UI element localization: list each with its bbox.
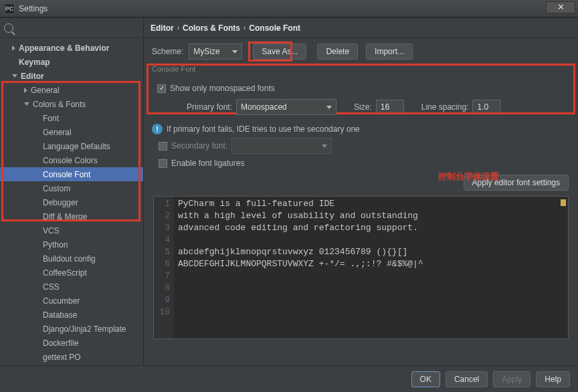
tree-item-label: Debugger bbox=[43, 198, 78, 207]
tree-item-label: Cucumber bbox=[43, 296, 80, 306]
font-preview: 12345678910 PyCharm is a full-featured I… bbox=[153, 196, 569, 339]
chevron-down-icon bbox=[12, 74, 17, 78]
primary-font-value: Monospaced bbox=[241, 102, 287, 112]
tree-item-label: Python bbox=[43, 240, 68, 250]
tree-item-label: Database bbox=[43, 310, 77, 320]
tree-item[interactable]: Dockerfile bbox=[0, 336, 143, 350]
close-button[interactable]: ✕ bbox=[546, 1, 575, 13]
ligatures-label: Enable font ligatures bbox=[171, 159, 244, 168]
preview-code: PyCharm is a full-featured IDEwith a hig… bbox=[174, 197, 427, 338]
tree-item[interactable]: Appearance & Behavior bbox=[0, 41, 143, 55]
tree-item-label: CSS bbox=[43, 282, 60, 292]
main-panel: Editor › Colors & Fonts › Console Font S… bbox=[144, 18, 578, 365]
tree-item-label: CoffeeScript bbox=[43, 268, 87, 278]
apply-button[interactable]: Apply bbox=[493, 371, 531, 387]
tree-item-label: General bbox=[31, 86, 60, 95]
size-label: Size: bbox=[354, 102, 372, 112]
tree-item-label: Colors & Fonts bbox=[33, 100, 86, 109]
scheme-combobox[interactable]: MySize bbox=[189, 43, 242, 60]
tree-item[interactable]: Diff & Merge bbox=[0, 209, 143, 223]
search-input[interactable] bbox=[17, 23, 139, 33]
window-title: Settings bbox=[19, 4, 47, 13]
chevron-down-icon bbox=[24, 102, 29, 106]
chevron-right-icon: › bbox=[244, 24, 246, 31]
tree-item-label: Language Defaults bbox=[43, 142, 110, 151]
scheme-label: Scheme: bbox=[152, 47, 183, 56]
tree-item[interactable]: Font bbox=[0, 111, 143, 125]
sidebar: Appearance & BehaviorKeymapEditorGeneral… bbox=[0, 18, 144, 365]
chevron-right-icon bbox=[24, 88, 27, 93]
tree-item[interactable]: General bbox=[0, 83, 143, 97]
save-as-button[interactable]: Save As... bbox=[253, 43, 306, 60]
tree-item[interactable]: Debugger bbox=[0, 195, 143, 209]
tree-item[interactable]: CoffeeScript bbox=[0, 266, 143, 280]
info-icon: ! bbox=[152, 124, 163, 134]
console-font-legend: Console Font bbox=[151, 65, 571, 73]
tree-item[interactable]: Buildout config bbox=[0, 252, 143, 266]
secondary-font-label: Secondary font: bbox=[171, 141, 227, 151]
tree-item[interactable]: Console Colors bbox=[0, 153, 143, 167]
ligatures-checkbox[interactable]: ✓ bbox=[159, 159, 167, 168]
apply-editor-font-button[interactable]: Apply editor font settings bbox=[464, 175, 569, 191]
tree-item-label: gettext PO bbox=[43, 353, 81, 362]
tree-item[interactable]: Keymap bbox=[0, 55, 143, 69]
tree-item-label: Console Colors bbox=[43, 156, 98, 165]
tree-item[interactable]: Python bbox=[0, 237, 143, 252]
breadcrumb-colors-fonts: Colors & Fonts bbox=[183, 23, 240, 33]
tree-item-label: Editor bbox=[21, 72, 44, 81]
tree-item[interactable]: Editor bbox=[0, 69, 143, 83]
import-button[interactable]: Import... bbox=[366, 43, 413, 60]
secondary-font-checkbox[interactable]: ✓ bbox=[159, 142, 167, 151]
chevron-down-icon bbox=[232, 50, 237, 54]
tree-item-label: Custom bbox=[43, 184, 70, 193]
tree-item[interactable]: Cucumber bbox=[0, 294, 143, 308]
preview-marker bbox=[561, 199, 566, 206]
chevron-down-icon bbox=[322, 144, 327, 148]
breadcrumb-editor: Editor bbox=[151, 23, 174, 33]
tree-item[interactable]: gettext PO bbox=[0, 350, 143, 364]
primary-font-label: Primary font: bbox=[187, 102, 232, 112]
settings-tree[interactable]: Appearance & BehaviorKeymapEditorGeneral… bbox=[0, 38, 143, 365]
tree-item[interactable]: CSS bbox=[0, 280, 143, 294]
show-monospaced-label: Show only monospaced fonts bbox=[170, 84, 275, 93]
cancel-button[interactable]: Cancel bbox=[446, 371, 488, 387]
tree-item[interactable]: Custom bbox=[0, 181, 143, 195]
scheme-row: Scheme: MySize Save As... Delete Import.… bbox=[144, 38, 578, 65]
tree-item[interactable]: Database bbox=[0, 308, 143, 322]
line-spacing-field[interactable]: 1.0 bbox=[472, 100, 500, 114]
help-button[interactable]: Help bbox=[536, 371, 570, 387]
dialog-footer: OK Cancel Apply Help bbox=[0, 365, 578, 392]
tree-item[interactable]: Colors & Fonts bbox=[0, 97, 143, 111]
search-row bbox=[0, 18, 143, 38]
tree-item-label: General bbox=[43, 128, 72, 137]
line-spacing-label: Line spacing: bbox=[421, 102, 469, 112]
tree-item-label: Appearance & Behavior bbox=[19, 43, 109, 53]
preview-gutter: 12345678910 bbox=[154, 197, 174, 338]
size-field[interactable]: 16 bbox=[376, 100, 404, 114]
console-font-group: Console Font ✓ Show only monospaced font… bbox=[151, 65, 571, 121]
primary-font-combobox[interactable]: Monospaced bbox=[236, 99, 336, 115]
chevron-right-icon: › bbox=[177, 24, 179, 31]
titlebar: PC Settings ✕ bbox=[0, 0, 578, 17]
app-icon: PC bbox=[4, 3, 15, 14]
tree-item-label: Buildout config bbox=[43, 254, 96, 264]
tree-item-label: Font bbox=[43, 114, 59, 123]
tree-item-label: Keymap bbox=[19, 58, 50, 67]
chevron-right-icon bbox=[12, 45, 15, 51]
search-icon bbox=[4, 23, 13, 33]
tree-item-label: Diff & Merge bbox=[43, 212, 87, 221]
tree-item[interactable]: VCS bbox=[0, 223, 143, 237]
tree-item[interactable]: Django/Jinja2 Template bbox=[0, 322, 143, 336]
tree-item[interactable]: Language Defaults bbox=[0, 139, 143, 153]
scheme-value: MySize bbox=[193, 47, 219, 56]
tree-item-label: Console Font bbox=[43, 170, 90, 179]
delete-button[interactable]: Delete bbox=[317, 43, 358, 60]
breadcrumb-console-font: Console Font bbox=[249, 23, 300, 33]
show-monospaced-checkbox[interactable]: ✓ bbox=[157, 84, 166, 93]
tree-item[interactable]: Console Font bbox=[0, 167, 143, 181]
ok-button[interactable]: OK bbox=[411, 371, 440, 387]
info-row: ! If primary font fails, IDE tries to us… bbox=[144, 121, 578, 137]
secondary-font-combobox[interactable] bbox=[231, 138, 332, 154]
tree-item[interactable]: General bbox=[0, 125, 143, 139]
chevron-down-icon bbox=[326, 106, 332, 109]
